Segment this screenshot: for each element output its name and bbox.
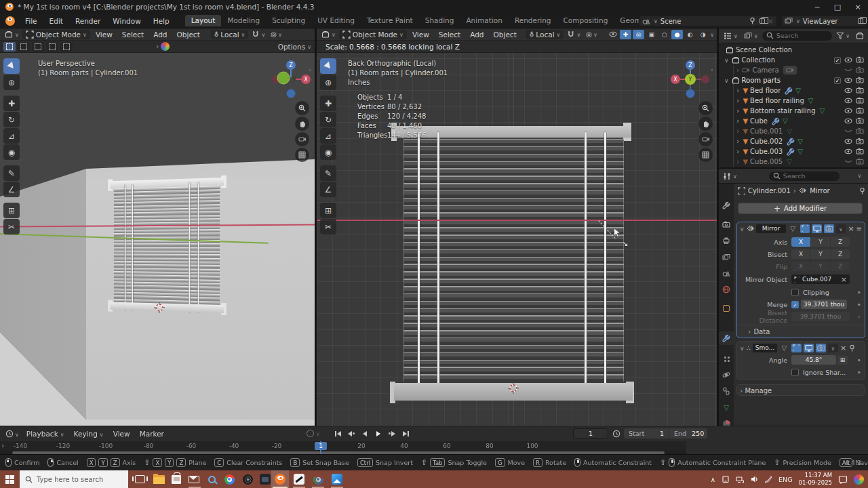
frame-start-field[interactable]: Start1 [624,428,669,439]
menu-keying[interactable]: Keying [70,430,108,438]
expand-icon[interactable] [736,127,739,135]
rotate-tool[interactable]: ↻ [3,112,20,127]
tab-output[interactable] [719,234,734,247]
expand-icon[interactable] [736,66,739,74]
pen-input-icon[interactable] [764,475,772,483]
render-visibility-icon[interactable] [856,97,864,104]
data-subpanel[interactable]: Data [737,325,865,338]
eye-icon[interactable] [844,138,852,144]
snap-toggle-button[interactable] [250,30,267,39]
realtime-display-toggle[interactable] [804,344,814,352]
sidebar-toggle[interactable]: ‹ [711,66,713,73]
expand-toolsettings-icon[interactable] [156,43,159,50]
filter-dropdown[interactable] [834,32,852,40]
expand-icon[interactable] [736,158,739,165]
properties-search-input[interactable]: Search [769,171,840,181]
menu-view[interactable]: View [109,430,134,438]
outliner-row-room-parts[interactable]: Room parts [719,75,868,85]
animate-dot[interactable] [857,301,862,308]
add-cube-tool[interactable]: ⊞ [3,203,20,218]
transform-orientation-dropdown[interactable]: ⛢Local [211,30,249,39]
previous-keyframe-button[interactable] [346,428,357,439]
smooth-panel-header[interactable]: Smo... [737,342,865,354]
eye-icon[interactable] [844,87,852,94]
language-indicator[interactable]: ENG [778,476,792,483]
outliner-row-cube-001[interactable]: Cube.001 [719,126,868,136]
next-keyframe-button[interactable] [387,428,397,439]
add-cube-tool[interactable]: ⊞ [320,203,336,218]
tray-expand-icon[interactable]: ∧ [711,476,715,483]
properties-options-dropdown[interactable] [854,171,865,181]
blinds-slats[interactable] [403,139,624,382]
mode-dropdown[interactable]: Object Mode [22,30,90,39]
outliner-row-cube-005[interactable]: Cube.005 [719,157,868,167]
tablet-mode-icon[interactable] [722,475,730,483]
outliner-row-collection[interactable]: Collection [719,55,868,65]
realtime-display-toggle[interactable] [812,224,822,233]
modifier-name-field[interactable]: Mirror [756,224,785,233]
jump-to-start-button[interactable] [332,428,343,439]
menu-view[interactable]: View [408,30,433,39]
blender-menu-icon[interactable] [5,16,15,26]
auto-keying-button[interactable] [307,430,320,437]
transform-tool[interactable]: ◉ [320,144,336,160]
shading-material-button[interactable]: ◐ [684,30,696,39]
expand-icon[interactable] [736,138,739,145]
shading-rendered-button[interactable]: ◑ [697,30,709,39]
add-modifier-button[interactable]: Add Modifier [738,203,863,214]
eye-icon[interactable] [844,77,852,83]
snap-toggle-button[interactable] [565,30,583,39]
browser-icon[interactable] [311,472,325,486]
animate-dot[interactable] [857,313,862,321]
collection-checkbox[interactable] [834,77,841,84]
tab-world[interactable] [719,283,734,296]
render-display-toggle[interactable] [816,344,826,352]
menu-edit[interactable]: Edit [43,17,69,25]
manage-panel[interactable]: Manage [736,384,865,396]
extra-tool[interactable]: ✂ [3,219,20,235]
object-visibility-dropdown[interactable] [607,30,618,39]
chrome-icon[interactable] [222,472,236,486]
modifier-wrench-icon[interactable] [787,148,795,156]
blender-taskbar-icon[interactable] [273,472,287,486]
scale-tool[interactable]: ⊿ [320,128,336,144]
play-reverse-button[interactable] [359,428,370,439]
navigation-gizmo[interactable]: Z X Y [270,58,312,100]
axis-z-button[interactable]: Z [831,237,850,247]
proportional-editing-button[interactable]: ◎ [269,30,284,38]
tab-uv-editing[interactable]: UV Editing [311,15,361,26]
render-visibility-icon[interactable] [856,107,864,115]
volume-icon[interactable] [751,475,758,483]
expand-icon[interactable] [736,107,739,115]
animate-dot[interactable] [857,369,862,376]
mesh-data-icon[interactable] [787,159,792,165]
delete-modifier-icon[interactable] [848,225,854,232]
ignore-sharpness-checkbox[interactable] [791,369,799,376]
delete-modifier-icon[interactable] [840,344,846,352]
modifier-wrench-icon[interactable] [785,87,793,95]
clock[interactable]: 11:37 AM01-09-2025 [799,472,832,486]
zoom-button[interactable] [295,101,309,115]
mesh-data-icon[interactable] [795,87,801,94]
new-scene-icon[interactable] [760,18,765,24]
modifier-name-field[interactable]: Smo... [753,344,777,352]
select-box-tool[interactable] [320,58,336,74]
mirror-panel-header[interactable]: Mirror [737,222,865,235]
mode-dropdown[interactable]: Object Mode [339,30,407,39]
flip-x-button[interactable]: X [791,262,810,271]
render-visibility-icon[interactable] [856,66,864,74]
expand-icon[interactable] [736,97,739,104]
tab-physics[interactable] [719,368,734,382]
animate-dot[interactable] [857,357,862,364]
scene-selector[interactable]: Scene [639,16,777,26]
sidebar-toggle[interactable]: ‹ [309,66,311,73]
tab-texture-paint[interactable]: Texture Paint [361,15,419,26]
outliner-row-bottom-stair-railing[interactable]: Bottom stair railing [719,106,868,116]
pan-button[interactable] [698,117,713,131]
clear-object-icon[interactable] [841,276,847,283]
display-mode-dropdown[interactable] [722,32,740,40]
window-blinds-object[interactable] [111,178,224,314]
tab-compositing[interactable]: Compositing [557,15,614,26]
frame-end-field[interactable]: End250 [669,428,707,439]
on-cage-toggle[interactable] [800,224,810,233]
